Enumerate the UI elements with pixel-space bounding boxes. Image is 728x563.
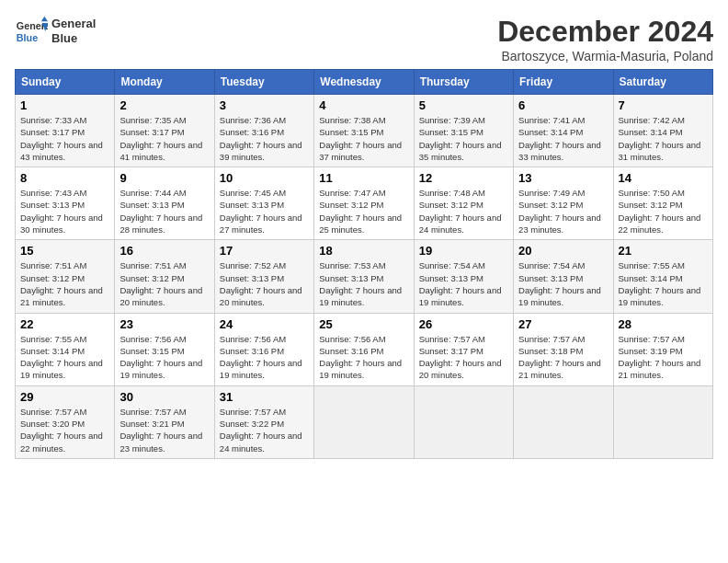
sunrise-text: Sunrise: 7:51 AM: [119, 259, 209, 271]
daylight-text: Daylight: 7 hours and 19 minutes.: [220, 357, 309, 382]
day-number: 7: [619, 98, 708, 112]
day-info: Sunrise: 7:57 AMSunset: 3:22 PMDaylight:…: [220, 406, 309, 454]
calendar-cell: 2Sunrise: 7:35 AMSunset: 3:17 PMDaylight…: [115, 95, 214, 167]
day-number: 8: [20, 171, 109, 185]
day-number: 18: [319, 244, 408, 258]
calendar-cell: [314, 385, 414, 458]
day-number: 28: [619, 317, 708, 331]
day-info: Sunrise: 7:50 AMSunset: 3:12 PMDaylight:…: [619, 187, 708, 236]
sunset-text: Sunset: 3:17 PM: [20, 126, 109, 138]
day-info: Sunrise: 7:57 AMSunset: 3:21 PMDaylight:…: [119, 406, 209, 454]
sunrise-text: Sunrise: 7:57 AM: [20, 406, 109, 418]
day-number: 2: [119, 98, 209, 112]
day-info: Sunrise: 7:53 AMSunset: 3:13 PMDaylight:…: [319, 259, 408, 308]
sunrise-text: Sunrise: 7:50 AM: [619, 187, 708, 199]
sunset-text: Sunset: 3:16 PM: [319, 345, 408, 357]
sunrise-text: Sunrise: 7:52 AM: [220, 259, 309, 271]
day-info: Sunrise: 7:52 AMSunset: 3:13 PMDaylight:…: [220, 259, 309, 308]
logo-icon: General Blue: [15, 15, 48, 48]
calendar-cell: [414, 385, 513, 458]
sunset-text: Sunset: 3:21 PM: [119, 418, 209, 430]
calendar-week-4: 22Sunrise: 7:55 AMSunset: 3:14 PMDayligh…: [16, 313, 713, 385]
sunset-text: Sunset: 3:13 PM: [419, 272, 508, 284]
calendar-cell: 7Sunrise: 7:42 AMSunset: 3:14 PMDaylight…: [613, 95, 712, 167]
calendar-cell: 31Sunrise: 7:57 AMSunset: 3:22 PMDayligh…: [214, 385, 313, 458]
daylight-text: Daylight: 7 hours and 22 minutes.: [20, 430, 109, 454]
calendar-cell: 1Sunrise: 7:33 AMSunset: 3:17 PMDaylight…: [16, 95, 115, 167]
sunset-text: Sunset: 3:12 PM: [119, 272, 209, 284]
sunset-text: Sunset: 3:12 PM: [20, 272, 109, 284]
day-info: Sunrise: 7:57 AMSunset: 3:20 PMDaylight:…: [20, 406, 109, 454]
sunset-text: Sunset: 3:20 PM: [20, 418, 109, 430]
svg-marker-2: [41, 17, 48, 21]
sunset-text: Sunset: 3:19 PM: [619, 345, 708, 357]
day-number: 17: [220, 244, 309, 258]
day-info: Sunrise: 7:36 AMSunset: 3:16 PMDaylight:…: [220, 114, 309, 163]
sunset-text: Sunset: 3:12 PM: [518, 199, 608, 211]
daylight-text: Daylight: 7 hours and 39 minutes.: [220, 139, 309, 164]
logo: General Blue General Blue: [15, 15, 96, 48]
daylight-text: Daylight: 7 hours and 23 minutes.: [119, 430, 209, 454]
day-info: Sunrise: 7:54 AMSunset: 3:13 PMDaylight:…: [419, 259, 508, 308]
calendar-week-5: 29Sunrise: 7:57 AMSunset: 3:20 PMDayligh…: [16, 385, 713, 458]
sunrise-text: Sunrise: 7:53 AM: [319, 259, 408, 271]
day-number: 5: [419, 98, 508, 112]
day-info: Sunrise: 7:48 AMSunset: 3:12 PMDaylight:…: [419, 187, 508, 236]
sunrise-text: Sunrise: 7:44 AM: [119, 187, 209, 199]
day-info: Sunrise: 7:44 AMSunset: 3:13 PMDaylight:…: [119, 187, 209, 236]
daylight-text: Daylight: 7 hours and 20 minutes.: [419, 357, 508, 382]
day-number: 26: [419, 317, 508, 331]
col-header-wednesday: Wednesday: [314, 70, 414, 95]
sunset-text: Sunset: 3:13 PM: [220, 272, 309, 284]
calendar-cell: 22Sunrise: 7:55 AMSunset: 3:14 PMDayligh…: [16, 313, 115, 385]
day-number: 22: [20, 317, 109, 331]
calendar-cell: 11Sunrise: 7:47 AMSunset: 3:12 PMDayligh…: [314, 167, 414, 240]
sunset-text: Sunset: 3:16 PM: [220, 345, 309, 357]
col-header-thursday: Thursday: [414, 70, 513, 95]
daylight-text: Daylight: 7 hours and 28 minutes.: [119, 212, 209, 236]
day-info: Sunrise: 7:57 AMSunset: 3:17 PMDaylight:…: [419, 333, 508, 382]
daylight-text: Daylight: 7 hours and 41 minutes.: [119, 139, 209, 164]
sunset-text: Sunset: 3:12 PM: [319, 199, 408, 211]
day-info: Sunrise: 7:49 AMSunset: 3:12 PMDaylight:…: [518, 187, 608, 236]
sunrise-text: Sunrise: 7:43 AM: [20, 187, 109, 199]
sunset-text: Sunset: 3:13 PM: [220, 199, 309, 211]
day-number: 27: [518, 317, 608, 331]
daylight-text: Daylight: 7 hours and 24 minutes.: [220, 430, 309, 454]
calendar-cell: 18Sunrise: 7:53 AMSunset: 3:13 PMDayligh…: [314, 240, 414, 313]
day-number: 25: [319, 317, 408, 331]
sunset-text: Sunset: 3:16 PM: [220, 126, 309, 138]
daylight-text: Daylight: 7 hours and 19 minutes.: [319, 357, 408, 382]
day-number: 9: [119, 171, 209, 185]
sunset-text: Sunset: 3:22 PM: [220, 418, 309, 430]
sunrise-text: Sunrise: 7:36 AM: [220, 114, 309, 126]
day-info: Sunrise: 7:56 AMSunset: 3:16 PMDaylight:…: [220, 333, 309, 382]
sunrise-text: Sunrise: 7:56 AM: [119, 333, 209, 345]
day-number: 12: [419, 171, 508, 185]
calendar-cell: [613, 385, 712, 458]
daylight-text: Daylight: 7 hours and 27 minutes.: [220, 212, 309, 236]
calendar-cell: 9Sunrise: 7:44 AMSunset: 3:13 PMDaylight…: [115, 167, 214, 240]
day-number: 1: [20, 98, 109, 112]
calendar-table: SundayMondayTuesdayWednesdayThursdayFrid…: [15, 69, 713, 459]
sunrise-text: Sunrise: 7:57 AM: [419, 333, 508, 345]
day-info: Sunrise: 7:45 AMSunset: 3:13 PMDaylight:…: [220, 187, 309, 236]
daylight-text: Daylight: 7 hours and 33 minutes.: [518, 139, 608, 164]
daylight-text: Daylight: 7 hours and 19 minutes.: [518, 284, 608, 309]
daylight-text: Daylight: 7 hours and 20 minutes.: [220, 284, 309, 309]
daylight-text: Daylight: 7 hours and 19 minutes.: [419, 284, 508, 309]
sunset-text: Sunset: 3:17 PM: [419, 345, 508, 357]
day-number: 30: [119, 390, 209, 404]
daylight-text: Daylight: 7 hours and 21 minutes.: [619, 357, 708, 382]
sunset-text: Sunset: 3:13 PM: [319, 272, 408, 284]
sunrise-text: Sunrise: 7:57 AM: [119, 406, 209, 418]
day-info: Sunrise: 7:55 AMSunset: 3:14 PMDaylight:…: [20, 333, 109, 382]
calendar-week-3: 15Sunrise: 7:51 AMSunset: 3:12 PMDayligh…: [16, 240, 713, 313]
day-number: 21: [619, 244, 708, 258]
month-title: December 2024: [497, 15, 713, 49]
sunset-text: Sunset: 3:13 PM: [518, 272, 608, 284]
day-info: Sunrise: 7:35 AMSunset: 3:17 PMDaylight:…: [119, 114, 209, 163]
calendar-cell: [514, 385, 613, 458]
sunrise-text: Sunrise: 7:38 AM: [319, 114, 408, 126]
sunset-text: Sunset: 3:14 PM: [20, 345, 109, 357]
